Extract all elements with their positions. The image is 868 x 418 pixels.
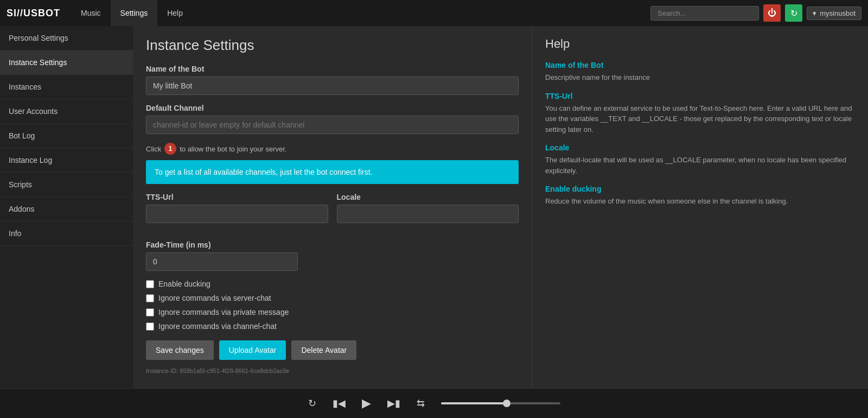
help-panel: Help Name of the Bot Descriptive name fo… <box>532 26 868 388</box>
click-hint-post: to allow the bot to join your server. <box>180 145 286 153</box>
nav-right: ⏻ ↻ ▾ mysinusbot <box>650 4 861 22</box>
default-channel-group: Default Channel <box>146 104 519 134</box>
default-channel-label: Default Channel <box>146 104 519 112</box>
sidebar-item-scripts[interactable]: Scripts <box>0 173 133 197</box>
locale-input[interactable] <box>337 205 519 223</box>
help-section-tts-url: TTS-Url You can define an external servi… <box>545 92 855 135</box>
sidebar: Personal Settings Instance Settings Inst… <box>0 26 133 388</box>
checkbox-ignore-server-chat: Ignore commands via server-chat <box>146 294 519 302</box>
logo: SI//USBOT <box>7 8 60 19</box>
content-area: Instance Settings Name of the Bot Defaul… <box>133 26 868 388</box>
power-button[interactable]: ⏻ <box>763 4 781 22</box>
nav-music[interactable]: Music <box>71 0 111 26</box>
instance-id: Instance-ID: 859b1a5f-c951-4f28-8661-6ce… <box>146 368 519 374</box>
shuffle-button[interactable]: ⇆ <box>417 397 425 409</box>
progress-bar[interactable] <box>441 402 560 404</box>
enable-ducking-label: Enable ducking <box>158 280 210 288</box>
help-section-ducking: Enable ducking Reduce the volume of the … <box>545 185 855 207</box>
top-nav: SI//USBOT Music Settings Help ⏻ ↻ ▾ mysi… <box>0 0 868 26</box>
ignore-server-chat-checkbox[interactable] <box>146 294 154 302</box>
upload-avatar-button[interactable]: Upload Avatar <box>219 340 286 360</box>
bot-name-group: Name of the Bot <box>146 65 519 95</box>
bot-name-input[interactable] <box>146 77 519 95</box>
help-tts-url-text: You can define an external service to be… <box>545 103 855 135</box>
page-title: Instance Settings <box>146 37 519 54</box>
username-label: mysinusbot <box>820 9 856 17</box>
click-badge: 1 <box>164 143 176 155</box>
tts-url-label: TTS-Url <box>146 193 328 201</box>
ignore-private-message-label: Ignore commands via private message <box>158 308 289 316</box>
nav-links: Music Settings Help <box>71 0 193 26</box>
help-section-bot-name: Name of the Bot Descriptive name for the… <box>545 61 855 83</box>
help-section-locale: Locale The default-locale that will be u… <box>545 143 855 176</box>
sidebar-item-instance-settings[interactable]: Instance Settings <box>0 50 133 75</box>
next-button[interactable]: ▶▮ <box>387 397 400 409</box>
sidebar-item-instance-log[interactable]: Instance Log <box>0 148 133 173</box>
play-button[interactable]: ▶ <box>362 396 371 410</box>
refresh-button[interactable]: ↻ <box>785 4 802 22</box>
tts-locale-row: TTS-Url Locale <box>146 193 519 232</box>
help-locale-title: Locale <box>545 143 855 152</box>
help-bot-name-text: Descriptive name for the instance <box>545 72 855 83</box>
repeat-button[interactable]: ↻ <box>308 397 316 409</box>
tts-url-input[interactable] <box>146 205 328 223</box>
btn-row: Save changes Upload Avatar Delete Avatar <box>146 340 519 360</box>
fade-time-label: Fade-Time (in ms) <box>146 240 519 249</box>
prev-button[interactable]: ▮◀ <box>333 397 346 409</box>
main-form: Instance Settings Name of the Bot Defaul… <box>133 26 532 388</box>
checkbox-ignore-private-message: Ignore commands via private message <box>146 308 519 316</box>
bot-name-label: Name of the Bot <box>146 65 519 73</box>
user-caret-icon: ▾ <box>813 9 816 17</box>
locale-label: Locale <box>337 193 519 201</box>
ignore-private-message-checkbox[interactable] <box>146 308 154 316</box>
info-banner: To get a list of all available channels,… <box>146 160 519 184</box>
sidebar-item-personal-settings[interactable]: Personal Settings <box>0 26 133 50</box>
help-ducking-text: Reduce the volume of the music when some… <box>545 196 855 207</box>
help-title: Help <box>545 37 855 51</box>
ignore-channel-chat-label: Ignore commands via channel-chat <box>158 322 277 331</box>
checkbox-enable-ducking: Enable ducking <box>146 280 519 288</box>
nav-help[interactable]: Help <box>157 0 193 26</box>
checkbox-ignore-channel-chat: Ignore commands via channel-chat <box>146 322 519 331</box>
tts-url-group: TTS-Url <box>146 193 328 223</box>
click-hint-pre: Click <box>146 145 161 153</box>
bottom-player: ↻ ▮◀ ▶ ▶▮ ⇆ <box>0 388 868 418</box>
click-hint: Click 1 to allow the bot to join your se… <box>146 143 519 155</box>
search-input[interactable] <box>650 6 759 21</box>
progress-fill <box>441 402 507 404</box>
sidebar-item-bot-log[interactable]: Bot Log <box>0 124 133 148</box>
help-tts-url-title: TTS-Url <box>545 92 855 100</box>
help-locale-text: The default-locale that will be used as … <box>545 155 855 176</box>
sidebar-item-addons[interactable]: Addons <box>0 197 133 221</box>
default-channel-input[interactable] <box>146 116 519 134</box>
help-ducking-title: Enable ducking <box>545 185 855 193</box>
user-badge[interactable]: ▾ mysinusbot <box>807 7 861 20</box>
locale-group: Locale <box>337 193 519 223</box>
progress-thumb <box>503 400 510 407</box>
sidebar-item-instances[interactable]: Instances <box>0 75 133 99</box>
help-bot-name-title: Name of the Bot <box>545 61 855 69</box>
sidebar-item-user-accounts[interactable]: User Accounts <box>0 99 133 124</box>
sidebar-item-info[interactable]: Info <box>0 221 133 246</box>
nav-settings[interactable]: Settings <box>111 0 158 26</box>
main-layout: Personal Settings Instance Settings Inst… <box>0 26 868 388</box>
ignore-server-chat-label: Ignore commands via server-chat <box>158 294 271 302</box>
delete-avatar-button[interactable]: Delete Avatar <box>291 340 356 360</box>
ignore-channel-chat-checkbox[interactable] <box>146 322 154 331</box>
save-button[interactable]: Save changes <box>146 340 214 360</box>
fade-time-input[interactable] <box>146 252 298 271</box>
fade-time-group: Fade-Time (in ms) <box>146 240 519 271</box>
enable-ducking-checkbox[interactable] <box>146 280 154 288</box>
